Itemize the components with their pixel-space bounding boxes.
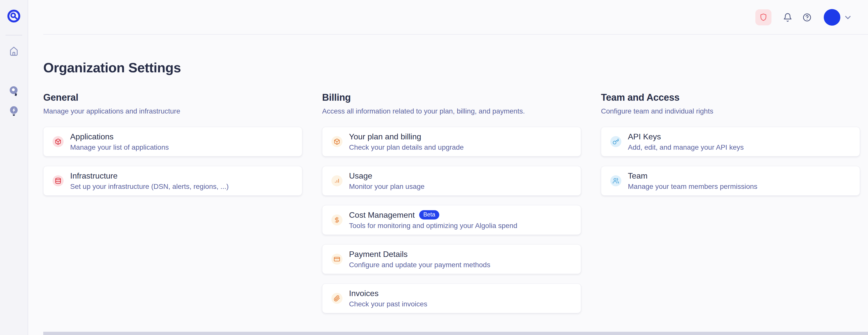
card-title: Infrastructure bbox=[70, 171, 118, 180]
card-applications[interactable]: Applications Manage your list of applica… bbox=[43, 127, 302, 157]
section-billing: Billing Access all information related t… bbox=[322, 92, 581, 313]
lightbulb-icon[interactable] bbox=[8, 105, 20, 117]
card-team[interactable]: Team Manage your team members permission… bbox=[601, 166, 860, 196]
notifications-button[interactable] bbox=[783, 13, 792, 22]
card-icon-circle bbox=[332, 254, 342, 265]
security-alert-button[interactable] bbox=[755, 9, 771, 25]
card-api-keys[interactable]: API Keys Add, edit, and manage your API … bbox=[601, 127, 860, 157]
card-subtitle: Tools for monitoring and optimizing your… bbox=[349, 222, 517, 230]
bell-icon bbox=[783, 13, 792, 22]
card-subtitle: Check your past invoices bbox=[349, 300, 427, 308]
section-subtitle: Manage your applications and infrastruct… bbox=[43, 107, 302, 115]
section-cards: Your plan and billing Check your plan de… bbox=[322, 127, 581, 313]
users-icon bbox=[613, 177, 619, 184]
card-subtitle: Configure and update your payment method… bbox=[349, 261, 490, 269]
topbar-actions bbox=[755, 0, 852, 35]
section-subtitle: Access all information related to your p… bbox=[322, 107, 581, 115]
chevron-down-icon[interactable] bbox=[843, 13, 852, 22]
card-invoices[interactable]: Invoices Check your past invoices bbox=[322, 283, 581, 313]
card-subtitle: Add, edit, and manage your API keys bbox=[628, 143, 744, 152]
section-team-and-access: Team and Access Configure team and indiv… bbox=[601, 92, 860, 196]
database-icon bbox=[55, 177, 61, 184]
card-icon-circle bbox=[53, 136, 64, 147]
card-subtitle: Manage your list of applications bbox=[70, 143, 169, 152]
card-title: Payment Details bbox=[349, 249, 408, 259]
shield-icon bbox=[759, 13, 768, 22]
card-title: API Keys bbox=[628, 132, 661, 141]
algolia-logo-icon[interactable] bbox=[6, 8, 22, 24]
card-payment-details[interactable]: Payment Details Configure and update you… bbox=[322, 244, 581, 274]
section-title: Team and Access bbox=[601, 92, 860, 103]
cube-icon bbox=[334, 138, 340, 145]
card-infrastructure[interactable]: Infrastructure Set up your infrastructur… bbox=[43, 166, 302, 196]
section-title: Billing bbox=[322, 92, 581, 103]
credit-card-icon bbox=[334, 256, 340, 262]
page-title: Organization Settings bbox=[43, 60, 868, 75]
sidebar bbox=[0, 0, 28, 335]
card-subtitle: Monitor your plan usage bbox=[349, 182, 425, 191]
card-cost-management[interactable]: Cost Management Beta Tools for monitorin… bbox=[322, 205, 581, 235]
section-subtitle: Configure team and individual rights bbox=[601, 107, 860, 115]
section-title: General bbox=[43, 92, 302, 103]
card-title: Applications bbox=[70, 132, 114, 141]
main-content: Organization Settings General Manage you… bbox=[28, 0, 868, 335]
card-subtitle: Manage your team members permissions bbox=[628, 182, 757, 191]
help-icon bbox=[802, 13, 812, 22]
search-icon[interactable] bbox=[8, 85, 20, 97]
card-title: Invoices bbox=[349, 289, 378, 298]
section-cards: Applications Manage your list of applica… bbox=[43, 127, 302, 196]
card-icon-circle bbox=[332, 175, 342, 186]
card-title: Your plan and billing bbox=[349, 132, 421, 141]
card-icon-circle bbox=[610, 175, 621, 186]
section-general: General Manage your applications and inf… bbox=[43, 92, 302, 196]
card-title: Usage bbox=[349, 171, 372, 180]
help-button[interactable] bbox=[802, 13, 812, 22]
card-title: Team bbox=[628, 171, 648, 180]
card-title: Cost Management bbox=[349, 210, 415, 220]
cube-icon bbox=[55, 138, 61, 145]
settings-grid: General Manage your applications and inf… bbox=[43, 92, 868, 313]
bar-chart-icon bbox=[334, 177, 340, 184]
section-cards: API Keys Add, edit, and manage your API … bbox=[601, 127, 860, 196]
sidebar-divider bbox=[5, 35, 22, 35]
paperclip-icon bbox=[334, 295, 340, 302]
card-icon-circle bbox=[332, 214, 342, 226]
card-subtitle: Check your plan details and upgrade bbox=[349, 143, 464, 152]
card-usage[interactable]: Usage Monitor your plan usage bbox=[322, 166, 581, 196]
card-icon-circle bbox=[610, 136, 621, 147]
card-subtitle: Set up your infrastructure (DSN, alerts,… bbox=[70, 182, 228, 191]
home-icon[interactable] bbox=[8, 45, 20, 57]
key-icon bbox=[613, 138, 619, 145]
card-icon-circle bbox=[332, 136, 342, 147]
horizontal-scrollbar[interactable] bbox=[43, 332, 868, 335]
beta-badge: Beta bbox=[419, 210, 439, 220]
card-your-plan-and-billing[interactable]: Your plan and billing Check your plan de… bbox=[322, 127, 581, 157]
dollar-icon bbox=[334, 217, 340, 223]
card-icon-circle bbox=[53, 175, 64, 186]
avatar[interactable] bbox=[824, 9, 840, 26]
card-icon-circle bbox=[332, 293, 342, 304]
